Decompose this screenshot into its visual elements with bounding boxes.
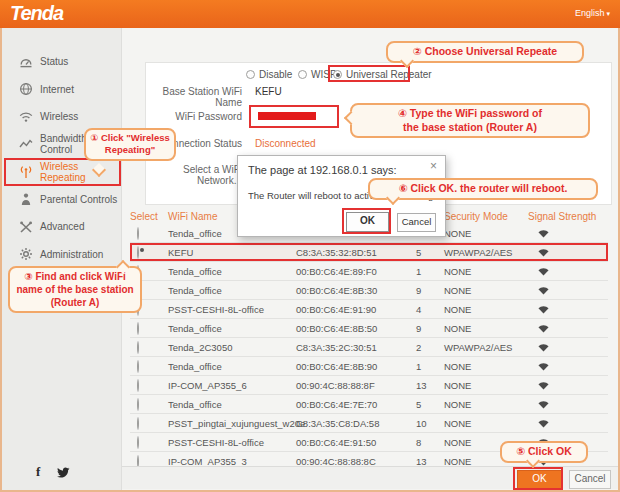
sidebar-item-advanced[interactable]: Advanced bbox=[4, 213, 121, 241]
dialog-cancel-button[interactable]: Cancel bbox=[397, 213, 436, 232]
cell-security: WPAWPA2/AES bbox=[444, 342, 528, 353]
mode-radio-disable[interactable]: Disable bbox=[246, 69, 292, 80]
router-admin-page: Tenda English▾ StatusInternetWirelessBan… bbox=[0, 0, 620, 492]
chevron-down-icon: ▾ bbox=[606, 10, 610, 17]
sidebar-item-wireless[interactable]: Wireless bbox=[4, 103, 121, 131]
wifi-signal-icon bbox=[528, 342, 608, 352]
cell-security: NONE bbox=[444, 380, 528, 391]
footer-bar: OK Cancel bbox=[122, 466, 620, 489]
sidebar-item-administration[interactable]: Administration bbox=[4, 241, 121, 269]
password-row: WiFi Password bbox=[150, 111, 242, 122]
radio-icon bbox=[333, 70, 342, 79]
table-row-kefu[interactable]: KEFUC8:3A:35:32:8D:515WPAWPA2/AES bbox=[130, 243, 608, 262]
base-station-value: KEFU bbox=[255, 86, 282, 97]
cell-security: NONE bbox=[444, 361, 528, 372]
sidebar-item-parental-controls[interactable]: Parental Controls bbox=[4, 186, 121, 214]
wifi-signal-icon bbox=[528, 266, 608, 276]
wifi-signal-icon bbox=[528, 304, 608, 314]
cell-mac: 00:B0:C6:4E:7E:70 bbox=[296, 399, 416, 410]
header-security-mode: Security Mode bbox=[444, 211, 528, 222]
row-radio[interactable] bbox=[137, 322, 139, 335]
sidebar-item-label: Status bbox=[40, 56, 68, 67]
wifi-signal-icon bbox=[528, 228, 608, 238]
wifi-signal-icon bbox=[528, 361, 608, 371]
header-signal-strength: Signal Strength bbox=[528, 211, 608, 222]
cell-security: NONE bbox=[444, 418, 528, 429]
sidebar-item-label: Administration bbox=[40, 249, 103, 260]
cell-channel: 8 bbox=[416, 437, 444, 448]
sidebar-item-status[interactable]: Status bbox=[4, 48, 121, 76]
tenda-logo: Tenda bbox=[10, 2, 63, 25]
cell-wifi-name: Tenda_office bbox=[168, 399, 296, 410]
cell-wifi-name: PSST-CESHI-8L-office bbox=[168, 437, 296, 448]
twitter-icon[interactable] bbox=[57, 467, 70, 478]
mode-radio-wisp[interactable]: WISP bbox=[298, 69, 337, 80]
row-radio[interactable] bbox=[137, 436, 139, 449]
sidebar-item-label: Wireless bbox=[40, 111, 78, 122]
app-header: Tenda English▾ bbox=[0, 0, 620, 28]
wifi-signal-icon bbox=[528, 323, 608, 333]
cell-channel: 5 bbox=[416, 247, 444, 258]
table-row-tenda-office[interactable]: Tenda_office00:B0:C6:4E:8B:901NONE bbox=[130, 357, 608, 376]
radio-icon bbox=[298, 70, 307, 79]
ok-button[interactable]: OK bbox=[517, 470, 562, 489]
dialog-ok-button[interactable]: OK bbox=[346, 212, 389, 232]
wifi-signal-icon bbox=[528, 418, 608, 428]
social-links: f bbox=[36, 464, 70, 480]
wifi-password-input[interactable] bbox=[249, 105, 339, 128]
table-row-ip-com-ap355-6[interactable]: IP-COM_AP355_600:90:4C:88:88:8F13NONE bbox=[130, 376, 608, 395]
cell-wifi-name: IP-COM_AP355_3 bbox=[168, 456, 296, 467]
sidebar-item-internet[interactable]: Internet bbox=[4, 76, 121, 104]
gauge-icon bbox=[19, 55, 33, 69]
cell-channel: 2 bbox=[416, 342, 444, 353]
cell-channel: 13 bbox=[416, 456, 444, 467]
row-radio[interactable] bbox=[137, 417, 139, 430]
row-radio[interactable] bbox=[137, 246, 139, 259]
select-network-row: Select a WiFi Network... bbox=[150, 164, 242, 186]
cell-security: NONE bbox=[444, 304, 528, 315]
cell-mac: 00:B0:C6:4E:8B:30 bbox=[296, 285, 416, 296]
cell-wifi-name: IP-COM_AP355_6 bbox=[168, 380, 296, 391]
cell-wifi-name: Tenda_2C3050 bbox=[168, 342, 296, 353]
cell-channel: 13 bbox=[416, 380, 444, 391]
cell-mac: C8:3A:35:2C:30:51 bbox=[296, 342, 416, 353]
connection-status-value: Disconnected bbox=[255, 138, 316, 149]
header-select: Select bbox=[130, 211, 168, 222]
wifi-table-body: Tenda_officeNONEKEFUC8:3A:35:32:8D:515WP… bbox=[130, 224, 608, 471]
cancel-button[interactable]: Cancel bbox=[569, 470, 611, 489]
cell-mac: 00:B0:C6:4E:89:F0 bbox=[296, 266, 416, 277]
mode-radio-universal-repeater[interactable]: Universal Repeater bbox=[333, 69, 432, 80]
row-radio[interactable] bbox=[137, 227, 139, 240]
cell-mac: 00:B0:C6:4E:91:50 bbox=[296, 437, 416, 448]
cell-channel: 5 bbox=[416, 399, 444, 410]
repeater-icon bbox=[19, 165, 33, 179]
callout-step5: ⑤ Click OK bbox=[500, 441, 588, 463]
table-row-tenda-2c3050[interactable]: Tenda_2C3050C8:3A:35:2C:30:512WPAWPA2/AE… bbox=[130, 338, 608, 357]
cell-wifi-name: Tenda_office bbox=[168, 361, 296, 372]
table-row-tenda-office[interactable]: Tenda_office00:B0:C6:4E:8B:309NONE bbox=[130, 281, 608, 300]
language-selector[interactable]: English▾ bbox=[575, 8, 610, 18]
row-radio[interactable] bbox=[137, 360, 139, 373]
close-icon[interactable]: × bbox=[430, 159, 437, 173]
row-radio[interactable] bbox=[137, 398, 139, 411]
cell-mac: 00:B0:C6:4E:8B:50 bbox=[296, 323, 416, 334]
language-label: English bbox=[575, 8, 605, 18]
table-row-tenda-office[interactable]: Tenda_office00:B0:C6:4E:7E:705NONE bbox=[130, 395, 608, 414]
table-row-psst-pingtai-xujunguest-w20e[interactable]: PSST_pingtai_xujunguest_w20eC8:3A:35:C8:… bbox=[130, 414, 608, 433]
wifi-signal-icon bbox=[528, 380, 608, 390]
table-row-tenda-office[interactable]: Tenda_office00:B0:C6:4E:8B:509NONE bbox=[130, 319, 608, 338]
callout-step1: ① Click "Wireless Repeating" bbox=[84, 128, 176, 161]
table-row-psst-ceshi-8l-office[interactable]: PSST-CESHI-8L-office00:B0:C6:4E:91:904NO… bbox=[130, 300, 608, 319]
password-label: WiFi Password bbox=[150, 111, 242, 122]
row-radio[interactable] bbox=[137, 341, 139, 354]
sidebar-item-label: Wireless Repeating bbox=[40, 161, 119, 183]
callout-step2: ② Choose Universal Repeate bbox=[386, 41, 584, 63]
select-network-label: Select a WiFi Network... bbox=[150, 164, 242, 186]
cell-mac: 00:B0:C6:4E:91:90 bbox=[296, 304, 416, 315]
facebook-icon[interactable]: f bbox=[36, 464, 40, 480]
row-radio[interactable] bbox=[137, 379, 139, 392]
cell-security: NONE bbox=[444, 285, 528, 296]
table-row-tenda-office[interactable]: Tenda_office00:B0:C6:4E:89:F01NONE bbox=[130, 262, 608, 281]
base-station-label: Base Station WiFi Name bbox=[150, 86, 242, 108]
gear-icon bbox=[19, 247, 33, 261]
